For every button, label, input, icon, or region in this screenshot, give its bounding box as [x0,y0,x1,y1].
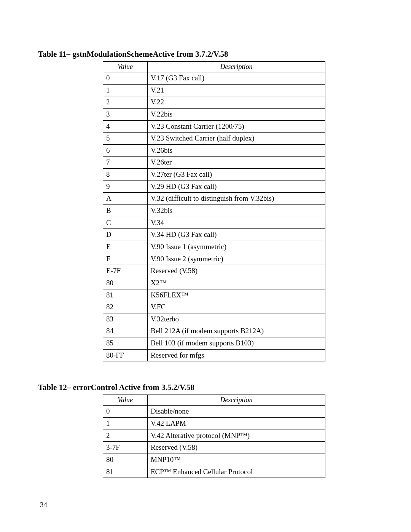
cell-description: Reserved (V.58) [148,265,325,277]
table-row: 82V.FC [103,301,325,313]
page-number: 34 [40,501,47,509]
cell-description: V.27ter (G3 Fax call) [148,169,325,181]
cell-value: E-7F [103,265,148,277]
cell-description: V.29 HD (G3 Fax call) [148,181,325,193]
cell-description: Bell 212A (if modem supports B212A) [148,325,325,337]
cell-value: 7 [103,157,148,169]
table-row: 0V.17 (G3 Fax call) [103,72,325,85]
table-row: 8V.27ter (G3 Fax call) [103,169,325,181]
table-row: 5V.23 Switched Carrier (half duplex) [103,133,325,145]
col-header-description: Description [148,395,325,406]
cell-description: V.21 [148,84,325,96]
table-row: 80X2™ [103,277,325,289]
cell-value: F [103,253,148,265]
cell-description: Reserved for mfgs [148,349,325,361]
cell-description: V.32 (difficult to distinguish from V.32… [148,193,325,205]
cell-description: V.32terbo [148,313,325,325]
cell-description: V.FC [148,301,325,313]
table-row: 81ECP™ Enhanced Cellular Protocol [103,466,325,478]
cell-description: V.34 HD (G3 Fax call) [148,229,325,241]
cell-value: C [103,217,148,229]
table-header-row: Value Description [103,62,325,72]
cell-value: 84 [103,325,148,337]
cell-value: 2 [103,96,148,109]
cell-description: V.26ter [148,157,325,169]
cell-description: V.34 [148,217,325,229]
cell-value: D [103,229,148,241]
table-row: 3V.22bis [103,108,325,120]
cell-value: 83 [103,313,148,325]
cell-description: V.32bis [148,205,325,217]
cell-description: Reserved (V.58) [148,442,325,454]
cell-value: 9 [103,181,148,193]
cell-value: A [103,193,148,205]
table-row: BV.32bis [103,205,325,217]
table-row: EV.90 Issue 1 (asymmetric) [103,241,325,253]
cell-value: 85 [103,337,148,350]
table-row: 84Bell 212A (if modem supports B212A) [103,325,325,337]
cell-value: B [103,205,148,217]
cell-value: 3 [103,108,148,120]
table-12: Value Description 0Disable/none1V.42 LAP… [103,395,325,478]
table-row: FV.90 Issue 2 (symmetric) [103,253,325,265]
table-row: 2V.42 Alterative protocol (MNP™) [103,430,325,442]
cell-description: ECP™ Enhanced Cellular Protocol [148,466,325,478]
col-header-value: Value [103,395,148,406]
cell-value: 1 [103,84,148,96]
table-11: Value Description 0V.17 (G3 Fax call)1V.… [103,61,325,361]
cell-description: MNP10™ [148,454,325,466]
cell-description: V.90 Issue 2 (symmetric) [148,253,325,265]
cell-description: V.22bis [148,108,325,120]
cell-value: 80-FF [103,349,148,361]
table-row: 0Disable/none [103,406,325,418]
cell-description: Disable/none [148,406,325,418]
table-row: 83V.32terbo [103,313,325,325]
cell-value: 4 [103,120,148,133]
cell-value: 3-7F [103,442,148,454]
table-row: 81K56FLEX™ [103,289,325,301]
cell-value: 0 [103,406,148,418]
cell-description: V.90 Issue 1 (asymmetric) [148,241,325,253]
cell-description: V.42 Alterative protocol (MNP™) [148,430,325,442]
table-row: 6V.26bis [103,144,325,157]
table-row: 1V.21 [103,84,325,96]
cell-description: V.26bis [148,144,325,157]
table-row: 9V.29 HD (G3 Fax call) [103,181,325,193]
cell-description: V.17 (G3 Fax call) [148,72,325,85]
cell-description: V.22 [148,96,325,109]
table-row: 80MNP10™ [103,454,325,466]
cell-description: V.42 LAPM [148,418,325,430]
table-12-body: 0Disable/none1V.42 LAPM2V.42 Alterative … [103,406,325,478]
cell-value: 81 [103,466,148,478]
cell-description: V.23 Constant Carrier (1200/75) [148,120,325,133]
table-row: 7V.26ter [103,157,325,169]
table-row: 1V.42 LAPM [103,418,325,430]
cell-value: 8 [103,169,148,181]
cell-value: 80 [103,277,148,289]
cell-value: 82 [103,301,148,313]
table-row: 2V.22 [103,96,325,109]
cell-description: V.23 Switched Carrier (half duplex) [148,133,325,145]
cell-value: 81 [103,289,148,301]
cell-value: 80 [103,454,148,466]
cell-description: Bell 103 (if modem supports B103) [148,337,325,350]
cell-value: 6 [103,144,148,157]
col-header-value: Value [103,62,148,72]
page: Table 11– gstnModulationSchemeActive fro… [0,0,411,532]
table-12-title: Table 12– errorControl Active from 3.5.2… [38,383,371,392]
col-header-description: Description [148,62,325,72]
table-row: CV.34 [103,217,325,229]
table-row: 80-FFReserved for mfgs [103,349,325,361]
table-header-row: Value Description [103,395,325,406]
cell-value: 2 [103,430,148,442]
table-row: 4V.23 Constant Carrier (1200/75) [103,120,325,133]
table-row: AV.32 (difficult to distinguish from V.3… [103,193,325,205]
cell-description: K56FLEX™ [148,289,325,301]
table-11-body: 0V.17 (G3 Fax call)1V.212V.223V.22bis4V.… [103,72,325,361]
cell-description: X2™ [148,277,325,289]
table-row: 85Bell 103 (if modem supports B103) [103,337,325,350]
table-row: E-7FReserved (V.58) [103,265,325,277]
table-row: 3-7FReserved (V.58) [103,442,325,454]
cell-value: 1 [103,418,148,430]
cell-value: 0 [103,72,148,85]
